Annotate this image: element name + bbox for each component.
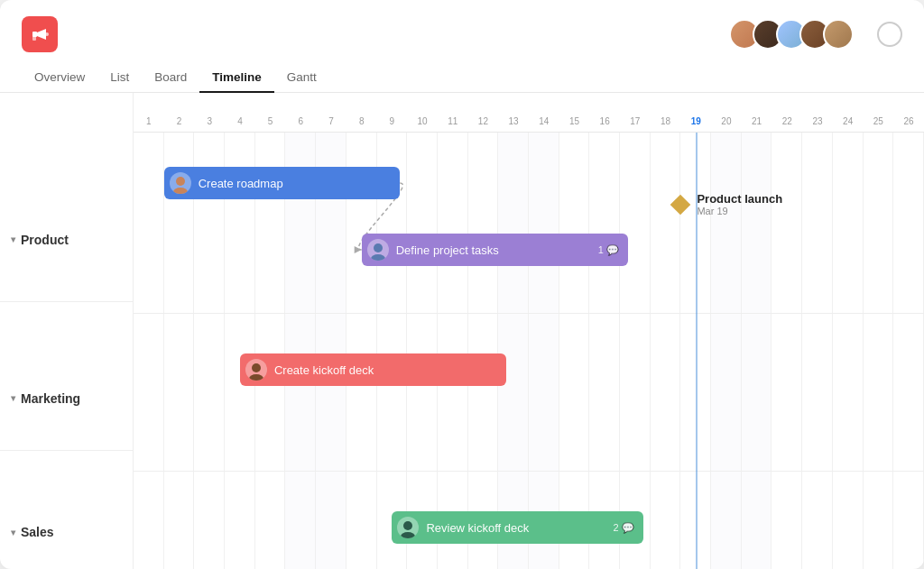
milestone-title: Product launch xyxy=(697,192,782,206)
svg-point-9 xyxy=(252,363,261,372)
grid-col-1 xyxy=(134,133,164,569)
grid-col-12 xyxy=(468,133,499,569)
sales-label: Sales xyxy=(21,525,54,539)
nav: Overview List Board Timeline Gantt xyxy=(0,56,924,93)
timeline-grid: 1234567891011121314151617181920212223242… xyxy=(134,93,924,569)
grid-col-25 xyxy=(864,133,894,569)
nav-item-board[interactable]: Board xyxy=(142,63,199,93)
grid-col-17 xyxy=(620,133,651,569)
milestone-text: Product launch Mar 19 xyxy=(697,192,782,216)
day-17: 17 xyxy=(620,116,651,126)
avatar-5[interactable] xyxy=(823,19,854,50)
diamond-icon xyxy=(670,194,691,215)
svg-point-11 xyxy=(403,521,412,530)
task-create-roadmap[interactable]: Create roadmap xyxy=(164,167,401,199)
app-container: Overview List Board Timeline Gantt ▾ Pro… xyxy=(0,0,924,569)
day-4: 4 xyxy=(225,116,255,126)
grid-col-23 xyxy=(802,133,833,569)
nav-item-gantt[interactable]: Gantt xyxy=(274,63,329,93)
group-label-marketing[interactable]: ▾ Marketing xyxy=(0,301,133,449)
avatar-create-kickoff xyxy=(245,359,267,381)
sidebar-labels: ▾ Product ▾ Marketing ▾ Sales xyxy=(0,93,134,569)
day-7: 7 xyxy=(316,116,346,126)
grid-col-24 xyxy=(833,133,864,569)
header xyxy=(0,0,924,52)
day-19: 19 xyxy=(680,116,711,126)
svg-point-8 xyxy=(371,254,385,261)
day-26: 26 xyxy=(893,116,924,126)
day-21: 21 xyxy=(742,116,772,126)
nav-item-overview[interactable]: Overview xyxy=(22,63,97,93)
task-create-kickoff-deck[interactable]: Create kickoff deck xyxy=(240,353,506,386)
day-22: 22 xyxy=(772,116,802,126)
timeline-body: Create roadmap Define project tasks 1 💬 … xyxy=(134,133,924,569)
chevron-sales: ▾ xyxy=(11,528,15,537)
day-11: 11 xyxy=(438,116,468,126)
task-define-project-tasks[interactable]: Define project tasks 1 💬 xyxy=(362,234,628,266)
header-left xyxy=(22,16,70,52)
day-9: 9 xyxy=(377,116,408,126)
svg-point-10 xyxy=(249,374,263,381)
chevron-product: ▾ xyxy=(11,234,15,244)
day-1: 1 xyxy=(134,116,164,126)
day-23: 23 xyxy=(802,116,833,126)
day-2: 2 xyxy=(164,116,195,126)
task-review-kickoff-deck[interactable]: Review kickoff deck 2 💬 xyxy=(392,511,642,544)
day-25: 25 xyxy=(864,116,894,126)
timeline-wrapper: ▾ Product ▾ Marketing ▾ Sales 1234567891… xyxy=(0,93,924,569)
avatar-review-kickoff xyxy=(397,517,419,538)
add-member-button[interactable] xyxy=(877,22,902,47)
group-label-sales[interactable]: ▾ Sales xyxy=(0,450,133,569)
section-divider-2 xyxy=(134,471,924,472)
svg-rect-1 xyxy=(32,36,36,41)
svg-point-7 xyxy=(374,243,383,252)
svg-point-5 xyxy=(176,177,185,186)
group-label-product[interactable]: ▾ Product xyxy=(0,133,133,301)
avatar-create-roadmap xyxy=(170,172,191,194)
day-18: 18 xyxy=(651,116,681,126)
task-label-define-project-tasks: Define project tasks xyxy=(396,243,499,257)
grid-col-16 xyxy=(589,133,620,569)
day-16: 16 xyxy=(589,116,620,126)
grid-col-26 xyxy=(893,133,924,569)
day-8: 8 xyxy=(346,116,377,126)
chevron-marketing: ▾ xyxy=(11,393,15,403)
grid-col-14 xyxy=(529,133,559,569)
svg-point-2 xyxy=(45,32,49,36)
nav-item-timeline[interactable]: Timeline xyxy=(199,63,274,93)
day-12: 12 xyxy=(468,116,499,126)
section-divider-1 xyxy=(134,313,924,314)
comment-badge-define: 1 💬 xyxy=(598,244,619,256)
grid-col-11 xyxy=(438,133,468,569)
product-label: Product xyxy=(21,233,69,247)
task-label-review-kickoff-deck: Review kickoff deck xyxy=(426,521,529,535)
svg-point-12 xyxy=(401,532,415,538)
timeline-header: 1234567891011121314151617181920212223242… xyxy=(134,93,924,133)
megaphone-icon xyxy=(30,24,50,44)
grid-col-15 xyxy=(559,133,590,569)
day-13: 13 xyxy=(498,116,529,126)
day-3: 3 xyxy=(194,116,225,126)
day-6: 6 xyxy=(285,116,316,126)
milestone-date: Mar 19 xyxy=(697,206,782,216)
day-numbers: 1234567891011121314151617181920212223242… xyxy=(134,116,924,126)
day-5: 5 xyxy=(255,116,286,126)
header-right xyxy=(729,19,902,50)
grid-col-10 xyxy=(407,133,438,569)
comment-badge-review: 2 💬 xyxy=(614,522,634,534)
day-20: 20 xyxy=(711,116,742,126)
task-label-create-roadmap: Create roadmap xyxy=(199,177,283,190)
nav-item-list[interactable]: List xyxy=(97,63,142,93)
avatar-define-project-tasks xyxy=(367,239,389,261)
milestone-product-launch: Product launch Mar 19 xyxy=(673,192,782,216)
day-10: 10 xyxy=(407,116,438,126)
grid-col-13 xyxy=(498,133,529,569)
project-icon xyxy=(22,16,58,52)
marketing-label: Marketing xyxy=(21,391,80,406)
avatars xyxy=(729,19,854,50)
day-15: 15 xyxy=(559,116,590,126)
day-14: 14 xyxy=(529,116,559,126)
task-label-create-kickoff-deck: Create kickoff deck xyxy=(274,363,374,377)
svg-point-6 xyxy=(173,188,188,194)
svg-marker-3 xyxy=(355,246,362,253)
